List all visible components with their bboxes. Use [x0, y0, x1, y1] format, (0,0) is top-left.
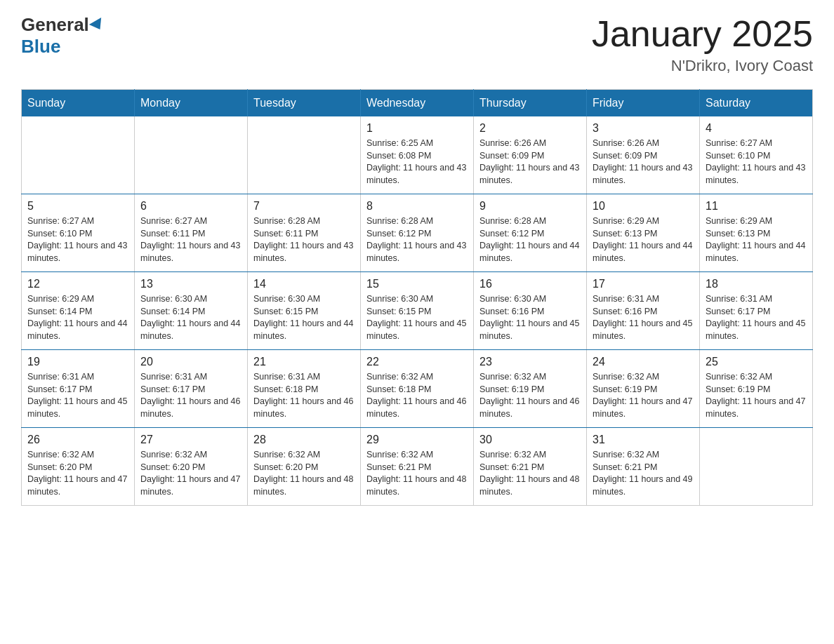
calendar-cell: 21Sunrise: 6:31 AMSunset: 6:18 PMDayligh… [248, 350, 361, 428]
weekday-header-tuesday: Tuesday [248, 90, 361, 117]
day-info: Sunrise: 6:25 AMSunset: 6:08 PMDaylight:… [366, 137, 468, 187]
day-number: 31 [593, 434, 694, 446]
calendar-cell: 2Sunrise: 6:26 AMSunset: 6:09 PMDaylight… [474, 116, 587, 194]
day-number: 19 [27, 356, 128, 368]
day-number: 22 [366, 356, 468, 368]
day-info: Sunrise: 6:30 AMSunset: 6:16 PMDaylight:… [479, 293, 581, 342]
calendar-cell: 10Sunrise: 6:29 AMSunset: 6:13 PMDayligh… [587, 194, 700, 272]
calendar-cell: 15Sunrise: 6:30 AMSunset: 6:15 PMDayligh… [361, 272, 474, 350]
calendar-week-row-1: 1Sunrise: 6:25 AMSunset: 6:08 PMDaylight… [22, 116, 813, 194]
day-info: Sunrise: 6:29 AMSunset: 6:13 PMDaylight:… [593, 215, 694, 264]
day-number: 10 [593, 200, 694, 213]
calendar-cell [135, 116, 248, 194]
calendar-cell: 29Sunrise: 6:32 AMSunset: 6:21 PMDayligh… [361, 428, 474, 506]
day-number: 8 [366, 200, 468, 213]
weekday-header-sunday: Sunday [22, 90, 135, 117]
day-number: 2 [479, 122, 581, 135]
day-info: Sunrise: 6:32 AMSunset: 6:21 PMDaylight:… [479, 449, 581, 498]
day-number: 3 [593, 122, 694, 135]
day-info: Sunrise: 6:27 AMSunset: 6:10 PMDaylight:… [706, 137, 807, 187]
calendar-cell: 3Sunrise: 6:26 AMSunset: 6:09 PMDaylight… [587, 116, 700, 194]
day-info: Sunrise: 6:32 AMSunset: 6:19 PMDaylight:… [479, 371, 581, 420]
day-info: Sunrise: 6:32 AMSunset: 6:21 PMDaylight:… [593, 449, 694, 498]
day-info: Sunrise: 6:32 AMSunset: 6:21 PMDaylight:… [366, 449, 468, 498]
day-number: 21 [253, 356, 355, 368]
day-number: 16 [479, 278, 581, 290]
day-number: 28 [253, 434, 355, 446]
calendar-cell: 30Sunrise: 6:32 AMSunset: 6:21 PMDayligh… [474, 428, 587, 506]
calendar-cell: 24Sunrise: 6:32 AMSunset: 6:19 PMDayligh… [587, 350, 700, 428]
day-number: 26 [27, 434, 128, 446]
calendar-cell: 22Sunrise: 6:32 AMSunset: 6:18 PMDayligh… [361, 350, 474, 428]
calendar-cell: 17Sunrise: 6:31 AMSunset: 6:16 PMDayligh… [587, 272, 700, 350]
day-info: Sunrise: 6:32 AMSunset: 6:19 PMDaylight:… [593, 371, 694, 420]
day-info: Sunrise: 6:32 AMSunset: 6:20 PMDaylight:… [253, 449, 355, 498]
day-number: 23 [479, 356, 581, 368]
day-number: 13 [140, 278, 241, 290]
calendar-cell: 4Sunrise: 6:27 AMSunset: 6:10 PMDaylight… [700, 116, 813, 194]
calendar-cell [700, 428, 813, 506]
calendar-cell: 8Sunrise: 6:28 AMSunset: 6:12 PMDaylight… [361, 194, 474, 272]
day-info: Sunrise: 6:31 AMSunset: 6:16 PMDaylight:… [593, 293, 694, 342]
day-number: 5 [27, 200, 128, 213]
calendar-cell: 6Sunrise: 6:27 AMSunset: 6:11 PMDaylight… [135, 194, 248, 272]
calendar-cell: 31Sunrise: 6:32 AMSunset: 6:21 PMDayligh… [587, 428, 700, 506]
calendar-cell: 13Sunrise: 6:30 AMSunset: 6:14 PMDayligh… [135, 272, 248, 350]
day-number: 24 [593, 356, 694, 368]
day-number: 12 [27, 278, 128, 290]
day-info: Sunrise: 6:30 AMSunset: 6:14 PMDaylight:… [140, 293, 241, 342]
weekday-header-saturday: Saturday [700, 90, 813, 117]
day-info: Sunrise: 6:29 AMSunset: 6:14 PMDaylight:… [27, 293, 128, 342]
calendar-week-row-5: 26Sunrise: 6:32 AMSunset: 6:20 PMDayligh… [22, 428, 813, 506]
logo-general-text: General [21, 14, 89, 36]
calendar-cell: 19Sunrise: 6:31 AMSunset: 6:17 PMDayligh… [22, 350, 135, 428]
calendar-week-row-3: 12Sunrise: 6:29 AMSunset: 6:14 PMDayligh… [22, 272, 813, 350]
calendar-cell: 11Sunrise: 6:29 AMSunset: 6:13 PMDayligh… [700, 194, 813, 272]
calendar-cell: 23Sunrise: 6:32 AMSunset: 6:19 PMDayligh… [474, 350, 587, 428]
day-info: Sunrise: 6:31 AMSunset: 6:17 PMDaylight:… [27, 371, 128, 420]
calendar-week-row-4: 19Sunrise: 6:31 AMSunset: 6:17 PMDayligh… [22, 350, 813, 428]
weekday-header-friday: Friday [587, 90, 700, 117]
title-section: January 2025 N'Drikro, Ivory Coast [592, 14, 813, 75]
logo-blue-text: Blue [21, 36, 60, 58]
weekday-header-wednesday: Wednesday [361, 90, 474, 117]
day-number: 25 [706, 356, 807, 368]
calendar-cell: 25Sunrise: 6:32 AMSunset: 6:19 PMDayligh… [700, 350, 813, 428]
calendar-cell: 28Sunrise: 6:32 AMSunset: 6:20 PMDayligh… [248, 428, 361, 506]
day-number: 14 [253, 278, 355, 290]
calendar-cell: 18Sunrise: 6:31 AMSunset: 6:17 PMDayligh… [700, 272, 813, 350]
day-number: 6 [140, 200, 241, 213]
location-title: N'Drikro, Ivory Coast [592, 57, 813, 75]
weekday-header-thursday: Thursday [474, 90, 587, 117]
day-info: Sunrise: 6:27 AMSunset: 6:10 PMDaylight:… [27, 215, 128, 264]
day-info: Sunrise: 6:27 AMSunset: 6:11 PMDaylight:… [140, 215, 241, 264]
calendar-cell: 26Sunrise: 6:32 AMSunset: 6:20 PMDayligh… [22, 428, 135, 506]
day-number: 17 [593, 278, 694, 290]
logo-arrow-icon [89, 17, 106, 32]
calendar-week-row-2: 5Sunrise: 6:27 AMSunset: 6:10 PMDaylight… [22, 194, 813, 272]
day-info: Sunrise: 6:31 AMSunset: 6:17 PMDaylight:… [140, 371, 241, 420]
calendar-cell: 14Sunrise: 6:30 AMSunset: 6:15 PMDayligh… [248, 272, 361, 350]
calendar-cell [22, 116, 135, 194]
calendar-cell: 1Sunrise: 6:25 AMSunset: 6:08 PMDaylight… [361, 116, 474, 194]
day-info: Sunrise: 6:32 AMSunset: 6:20 PMDaylight:… [140, 449, 241, 498]
calendar-table: SundayMondayTuesdayWednesdayThursdayFrid… [21, 89, 813, 506]
calendar-cell: 27Sunrise: 6:32 AMSunset: 6:20 PMDayligh… [135, 428, 248, 506]
day-info: Sunrise: 6:32 AMSunset: 6:19 PMDaylight:… [706, 371, 807, 420]
day-info: Sunrise: 6:32 AMSunset: 6:18 PMDaylight:… [366, 371, 468, 420]
calendar-cell: 20Sunrise: 6:31 AMSunset: 6:17 PMDayligh… [135, 350, 248, 428]
day-number: 18 [706, 278, 807, 290]
calendar-cell: 16Sunrise: 6:30 AMSunset: 6:16 PMDayligh… [474, 272, 587, 350]
day-number: 11 [706, 200, 807, 213]
weekday-header-monday: Monday [135, 90, 248, 117]
calendar-cell: 9Sunrise: 6:28 AMSunset: 6:12 PMDaylight… [474, 194, 587, 272]
day-number: 4 [706, 122, 807, 135]
calendar-cell: 7Sunrise: 6:28 AMSunset: 6:11 PMDaylight… [248, 194, 361, 272]
day-info: Sunrise: 6:30 AMSunset: 6:15 PMDaylight:… [366, 293, 468, 342]
day-info: Sunrise: 6:31 AMSunset: 6:17 PMDaylight:… [706, 293, 807, 342]
day-number: 27 [140, 434, 241, 446]
logo: General Blue [21, 14, 106, 58]
day-number: 30 [479, 434, 581, 446]
day-info: Sunrise: 6:26 AMSunset: 6:09 PMDaylight:… [593, 137, 694, 187]
calendar-cell: 5Sunrise: 6:27 AMSunset: 6:10 PMDaylight… [22, 194, 135, 272]
